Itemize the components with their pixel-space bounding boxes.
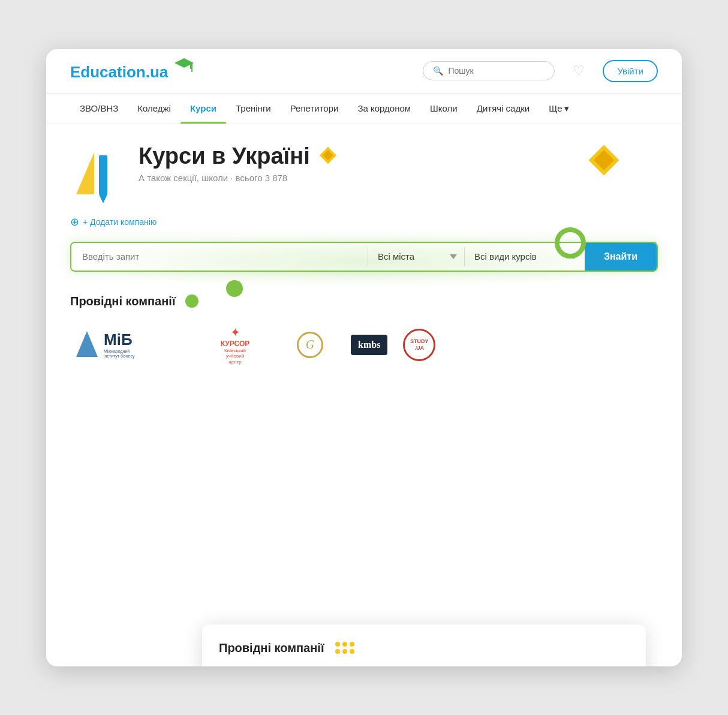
- dots-decoration: [335, 642, 354, 654]
- page-content: Провідні компанії МіБ Міжнароднийінститу…: [46, 289, 682, 666]
- page-wrapper: Education.ua 🔍 ♡ Увійти ЗВО/ВНЗ Коледжі …: [46, 49, 682, 666]
- search-query-input[interactable]: [71, 243, 368, 270]
- dot-5: [342, 649, 347, 654]
- add-company-link[interactable]: ⊕ + Додати компанію: [46, 215, 682, 235]
- diamond-icon: [317, 145, 339, 170]
- company-logo-mib-bg[interactable]: МіБ Міжнароднийінститут бізнесу: [70, 325, 190, 365]
- nav-item-koledzhi[interactable]: Коледжі: [128, 94, 181, 123]
- kmbs-box: kmbs: [351, 335, 387, 355]
- nav-item-kursy[interactable]: Курси: [181, 94, 226, 123]
- nav-item-dysachi[interactable]: Дитячі садки: [467, 94, 539, 123]
- company-logo-kmbs-bg[interactable]: kmbs: [346, 330, 392, 360]
- mib-triangle-icon: [75, 330, 99, 360]
- logo-text: Education.ua: [70, 62, 194, 80]
- overlay-card: Провідні компанії: [202, 624, 646, 666]
- golden-circle-icon: G: [297, 332, 323, 358]
- bg-logos-row1: МіБ Міжнароднийінститут бізнесу ✦ КУРСОР…: [70, 320, 658, 370]
- green-ring-decoration: [555, 227, 586, 259]
- green-ball-decoration: [226, 280, 243, 297]
- header-search-bar[interactable]: 🔍: [423, 61, 555, 80]
- hero-subtitle: А також секції, школи · всього 3 878: [139, 173, 339, 183]
- companies-section-bg: Провідні компанії МіБ Міжнароднийінститу…: [46, 289, 682, 388]
- svg-marker-5: [99, 194, 107, 203]
- dot-1: [335, 642, 340, 647]
- nav-item-repetytory[interactable]: Репетитори: [281, 94, 348, 123]
- chevron-down-icon: ▾: [564, 103, 569, 114]
- page-title: Курси в Україні: [139, 143, 339, 169]
- dot-4: [335, 649, 340, 654]
- nav-item-more[interactable]: Ще ▾: [539, 94, 578, 124]
- studyua-circle-icon: STUDY.UA: [403, 329, 435, 361]
- city-select[interactable]: Всі міста Київ Харків Одеса Дніпро Львів: [368, 243, 464, 270]
- mib-subtitle: Міжнароднийінститут бізнесу: [104, 349, 135, 359]
- svg-rect-4: [99, 155, 107, 194]
- company-logo-kursor-bg[interactable]: ✦ КУРСОР Київськийучбовийцентр: [196, 320, 274, 370]
- header: Education.ua 🔍 ♡ Увійти: [46, 49, 682, 94]
- company-logo-golden-bg[interactable]: G: [280, 327, 340, 363]
- kursor-icon: ✦: [230, 325, 240, 340]
- kursor-desc: Київськийучбовийцентр: [224, 348, 246, 365]
- section-title-dot: [185, 295, 198, 308]
- nav-item-zvovnz[interactable]: ЗВО/ВНЗ: [70, 94, 128, 123]
- dot-6: [350, 649, 354, 654]
- svg-marker-3: [76, 152, 94, 194]
- login-button[interactable]: Увійти: [603, 60, 658, 82]
- hero-diamond-decoration: [586, 142, 622, 181]
- nav-item-treninhy[interactable]: Тренінги: [226, 94, 281, 123]
- kursor-name: КУРСОР: [221, 340, 250, 348]
- graduation-cap-icon: [173, 57, 195, 73]
- search-button[interactable]: Знайти: [585, 243, 657, 271]
- dot-3: [350, 642, 354, 647]
- add-icon: ⊕: [70, 215, 79, 229]
- header-search-input[interactable]: [448, 66, 545, 76]
- hero-text: Курси в Україні А також секції, школи · …: [139, 143, 339, 183]
- logo-area[interactable]: Education.ua: [70, 62, 194, 80]
- company-logo-studyua-bg[interactable]: STUDY.UA: [398, 324, 440, 366]
- favorites-button[interactable]: ♡: [567, 61, 591, 81]
- main-nav: ЗВО/ВНЗ Коледжі Курси Тренінги Репетитор…: [46, 94, 682, 124]
- svg-marker-10: [76, 331, 98, 357]
- nav-item-shkoly[interactable]: Школи: [420, 94, 467, 123]
- dot-2: [342, 642, 347, 647]
- mib-text: МіБ: [104, 331, 135, 349]
- search-section: Всі міста Київ Харків Одеса Дніпро Львів…: [46, 235, 682, 289]
- hero-icon: [70, 143, 124, 203]
- nav-item-zakordonu[interactable]: За кордоном: [348, 94, 420, 123]
- hero-section: Курси в Україні А також секції, школи · …: [46, 124, 682, 215]
- svg-rect-1: [190, 63, 192, 69]
- svg-rect-2: [191, 69, 192, 72]
- companies-title-bg: Провідні компанії: [70, 295, 658, 308]
- overlay-section-title: Провідні компанії: [219, 641, 629, 655]
- header-search-icon: 🔍: [433, 66, 443, 76]
